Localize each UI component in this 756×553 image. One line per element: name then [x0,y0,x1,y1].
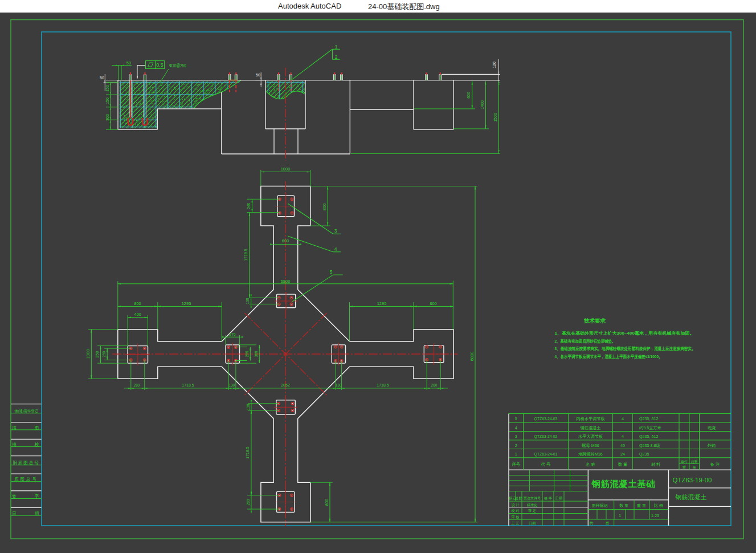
svg-text:1000: 1000 [85,349,91,359]
svg-text:300: 300 [105,114,109,121]
svg-text:单件: 单件 [681,460,688,463]
svg-text:内横水平调节板: 内横水平调节板 [576,416,604,421]
svg-text:标准化: 标准化 [526,503,538,507]
svg-text:钢筋混凝土基础: 钢筋混凝土基础 [591,479,656,489]
svg-text:旧底图总号: 旧底图总号 [13,460,40,465]
svg-text:1718.5: 1718.5 [182,383,194,387]
svg-text:页: 页 [606,521,610,526]
svg-text:量: 量 [693,466,696,469]
svg-text:期: 期 [35,511,39,516]
svg-text:150: 150 [105,85,109,92]
svg-text:250: 250 [245,351,249,357]
svg-text:1: 1 [334,44,337,50]
svg-text:6800: 6800 [469,352,475,361]
svg-text:800: 800 [322,204,327,211]
svg-text:描: 描 [12,442,17,447]
svg-text:QTZ63-24-01: QTZ63-24-01 [534,452,558,457]
svg-text:1718.5: 1718.5 [377,383,389,387]
svg-text:600: 600 [467,92,471,99]
svg-text:3: 3 [515,434,517,439]
svg-text:130: 130 [246,298,250,304]
svg-text:数 量: 数 量 [618,462,627,467]
svg-text:4: 4 [334,246,337,252]
svg-text:350: 350 [95,351,99,358]
svg-text:约9.5立方米: 约9.5立方米 [639,425,661,430]
svg-text:QTZ63-24-02: QTZ63-24-02 [534,434,558,439]
svg-text:250: 250 [102,351,106,357]
svg-text:QTZ63-19-00: QTZ63-19-00 [672,477,712,483]
svg-text:130: 130 [246,404,250,410]
svg-text:0.5: 0.5 [156,62,164,68]
svg-text:50: 50 [126,60,131,66]
svg-text:Q235 8.8级: Q235 8.8级 [639,443,660,448]
svg-text:4: 4 [622,416,624,421]
svg-text:6800: 6800 [281,279,291,284]
svg-text:材 料: 材 料 [651,462,660,467]
svg-text:2: 2 [334,54,337,60]
svg-text:40: 40 [620,443,625,448]
svg-text:总重: 总重 [690,460,698,463]
svg-text:地脚螺栓M36: 地脚螺栓M36 [578,452,603,457]
svg-text:270: 270 [230,332,236,336]
svg-text:130: 130 [229,383,235,387]
svg-text:400: 400 [134,312,142,317]
svg-text:280: 280 [134,383,140,387]
svg-text:日期: 日期 [555,496,562,501]
svg-text:50: 50 [256,73,260,77]
svg-text:1、基坑在基础外形尺寸上扩大300~400毫米，用夯实机械夯: 1、基坑在基础外形尺寸上扩大300~400毫米，用夯实机械夯实加固。 [555,331,694,336]
svg-text:钢筋混凝土: 钢筋混凝土 [675,494,707,501]
svg-text:1718.5: 1718.5 [246,446,250,459]
svg-text:校 对: 校 对 [510,509,519,513]
svg-text:备 注: 备 注 [710,462,720,467]
svg-text:名 称: 名 称 [586,462,595,467]
svg-text:130: 130 [336,383,342,387]
svg-text:重 量: 重 量 [637,503,646,507]
svg-text:标记: 标记 [508,496,516,501]
svg-text:4: 4 [515,425,517,430]
svg-text:借(通)用件登记: 借(通)用件登记 [14,409,38,413]
svg-text:3、基础浇筑应按要求捣实。地脚螺栓螺纹处用塑料袋保护，混凝土: 3、基础浇筑应按要求捣实。地脚螺栓螺纹处用塑料袋保护，混凝土应注意振捣密实。 [555,346,696,351]
svg-text:数 量: 数 量 [619,503,628,507]
svg-text:1: 1 [515,452,517,457]
svg-text:3: 3 [334,228,337,234]
svg-text:1295: 1295 [182,301,191,306]
svg-text:Q235: Q235 [639,452,649,457]
svg-text:2、基础夯实加固后用砂石垫层铺垫。: 2、基础夯实加固后用砂石垫层铺垫。 [555,339,616,344]
svg-text:1500: 1500 [493,113,497,122]
svg-text:5: 5 [515,416,517,421]
svg-text:现浇: 现浇 [708,425,716,430]
svg-text:图: 图 [35,425,39,430]
svg-text:外购: 外购 [707,443,716,448]
svg-text:150: 150 [105,97,109,104]
svg-text:800: 800 [324,499,329,506]
svg-text:120: 120 [492,62,496,68]
svg-text:2: 2 [515,443,517,448]
svg-text:重: 重 [682,465,686,469]
svg-text:签: 签 [12,494,17,499]
svg-text:签 字: 签 字 [544,496,552,500]
svg-text:设 计: 设 计 [511,503,520,507]
svg-text:800: 800 [134,301,141,306]
svg-text:更改文件号: 更改文件号 [524,496,541,500]
svg-text:1718.5: 1718.5 [244,249,248,261]
svg-text:水平大调节板: 水平大调节板 [578,434,603,439]
svg-text:字: 字 [35,494,39,499]
svg-text:描: 描 [12,425,17,430]
svg-text:5: 5 [330,269,333,275]
svg-text:4: 4 [622,434,624,439]
svg-text:审 核: 审 核 [511,515,519,519]
svg-text:1400: 1400 [480,100,484,109]
svg-text:1:25: 1:25 [651,513,660,518]
svg-text:QTZ63-24-03: QTZ63-24-03 [534,417,558,421]
svg-text:2052: 2052 [281,383,290,387]
svg-text:日: 日 [12,511,17,516]
svg-text:1: 1 [619,513,621,518]
svg-text:Q235, δ12: Q235, δ12 [639,416,659,421]
svg-text:序号: 序号 [512,462,520,467]
svg-text:1295: 1295 [377,301,387,306]
svg-text:螺母 M36: 螺母 M36 [582,443,599,448]
svg-text:图样标记: 图样标记 [592,503,608,508]
svg-text:审 定: 审 定 [528,509,536,513]
svg-text:Φ10@250: Φ10@250 [169,62,186,68]
svg-text:日期: 日期 [529,521,536,526]
